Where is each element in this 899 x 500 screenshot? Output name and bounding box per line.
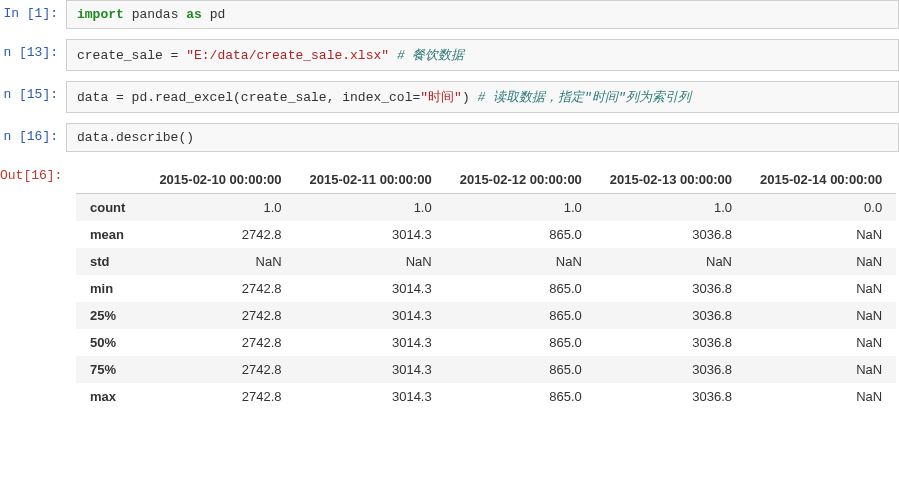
output-prompt: Out[16]: — [0, 162, 66, 189]
table-row: 50%2742.83014.3865.03036.8NaN — [76, 329, 896, 356]
table-cell: NaN — [746, 248, 896, 275]
table-row: stdNaNNaNNaNNaNNaN — [76, 248, 896, 275]
table-cell: 865.0 — [446, 329, 596, 356]
table-row: count1.01.01.01.00.0 — [76, 194, 896, 222]
table-cell: 2742.8 — [145, 329, 295, 356]
table-cell: 1.0 — [446, 194, 596, 222]
table-cell: 2742.8 — [145, 275, 295, 302]
table-header-cell: 2015-02-12 00:00:00 — [446, 166, 596, 194]
table-row: 25%2742.83014.3865.03036.8NaN — [76, 302, 896, 329]
table-cell: NaN — [746, 275, 896, 302]
table-cell: NaN — [596, 248, 746, 275]
code-cell: In [1]: import pandas as pd — [0, 0, 899, 29]
table-cell: 865.0 — [446, 356, 596, 383]
table-cell: NaN — [746, 329, 896, 356]
table-cell: 3036.8 — [596, 275, 746, 302]
code-input[interactable]: data = pd.read_excel(create_sale, index_… — [66, 81, 899, 113]
input-prompt: n [16]: — [0, 123, 66, 150]
table-cell: 3014.3 — [296, 329, 446, 356]
row-label: min — [76, 275, 145, 302]
table-cell: 3014.3 — [296, 302, 446, 329]
table-cell: NaN — [746, 221, 896, 248]
table-cell: 3014.3 — [296, 356, 446, 383]
table-cell: 0.0 — [746, 194, 896, 222]
table-cell: 865.0 — [446, 221, 596, 248]
table-header-cell: 2015-02-14 00:00:00 — [746, 166, 896, 194]
table-header-row: 2015-02-10 00:00:00 2015-02-11 00:00:00 … — [76, 166, 896, 194]
table-cell: 1.0 — [596, 194, 746, 222]
code-input[interactable]: data.describe() — [66, 123, 899, 152]
table-cell: 1.0 — [145, 194, 295, 222]
table-cell: 865.0 — [446, 302, 596, 329]
input-prompt: n [13]: — [0, 39, 66, 66]
table-cell: NaN — [746, 383, 896, 410]
table-cell: 3036.8 — [596, 302, 746, 329]
table-cell: NaN — [145, 248, 295, 275]
table-header-cell: 2015-02-11 00:00:00 — [296, 166, 446, 194]
row-label: max — [76, 383, 145, 410]
code-input[interactable]: import pandas as pd — [66, 0, 899, 29]
table-cell: 3036.8 — [596, 329, 746, 356]
table-header-cell — [76, 166, 145, 194]
row-label: 25% — [76, 302, 145, 329]
code-cell: n [15]: data = pd.read_excel(create_sale… — [0, 81, 899, 113]
table-cell: 3014.3 — [296, 275, 446, 302]
table-row: 75%2742.83014.3865.03036.8NaN — [76, 356, 896, 383]
table-cell: 865.0 — [446, 383, 596, 410]
table-cell: NaN — [296, 248, 446, 275]
row-label: 50% — [76, 329, 145, 356]
table-cell: 2742.8 — [145, 302, 295, 329]
table-cell: 3036.8 — [596, 383, 746, 410]
table-cell: 3014.3 — [296, 383, 446, 410]
code-cell: n [16]: data.describe() — [0, 123, 899, 152]
table-cell: 2742.8 — [145, 356, 295, 383]
table-cell: 2742.8 — [145, 383, 295, 410]
row-label: mean — [76, 221, 145, 248]
output-cell: Out[16]: 2015-02-10 00:00:00 2015-02-11 … — [0, 162, 899, 410]
table-cell: 2742.8 — [145, 221, 295, 248]
table-header-cell: 2015-02-10 00:00:00 — [145, 166, 295, 194]
table-cell: 1.0 — [296, 194, 446, 222]
table-cell: NaN — [746, 302, 896, 329]
table-header-cell: 2015-02-13 00:00:00 — [596, 166, 746, 194]
code-input[interactable]: create_sale = "E:/data/create_sale.xlsx"… — [66, 39, 899, 71]
row-label: 75% — [76, 356, 145, 383]
table-cell: NaN — [746, 356, 896, 383]
table-cell: NaN — [446, 248, 596, 275]
input-prompt: n [15]: — [0, 81, 66, 108]
table-row: max2742.83014.3865.03036.8NaN — [76, 383, 896, 410]
output-area: 2015-02-10 00:00:00 2015-02-11 00:00:00 … — [66, 162, 899, 410]
table-cell: 3014.3 — [296, 221, 446, 248]
table-cell: 3036.8 — [596, 356, 746, 383]
table-row: min2742.83014.3865.03036.8NaN — [76, 275, 896, 302]
code-cell: n [13]: create_sale = "E:/data/create_sa… — [0, 39, 899, 71]
row-label: std — [76, 248, 145, 275]
table-row: mean2742.83014.3865.03036.8NaN — [76, 221, 896, 248]
table-cell: 3036.8 — [596, 221, 746, 248]
table-cell: 865.0 — [446, 275, 596, 302]
dataframe-table: 2015-02-10 00:00:00 2015-02-11 00:00:00 … — [76, 166, 896, 410]
input-prompt: In [1]: — [0, 0, 66, 27]
row-label: count — [76, 194, 145, 222]
